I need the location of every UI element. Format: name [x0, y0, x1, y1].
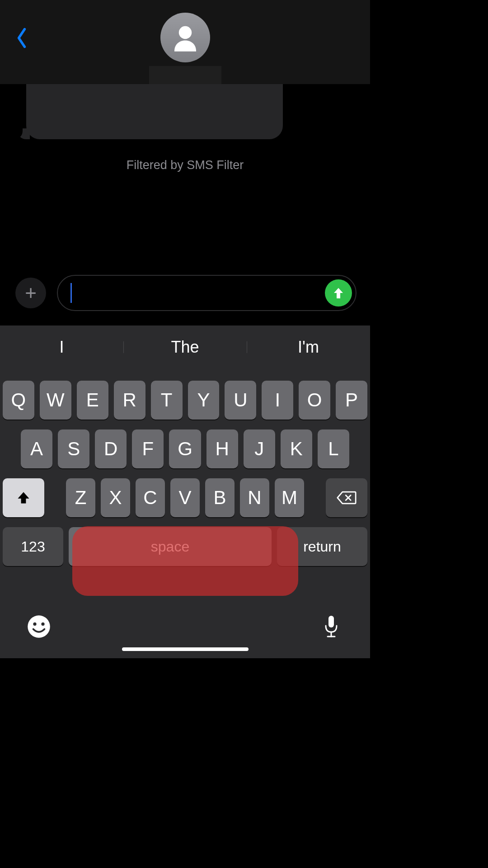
- key-delete[interactable]: [326, 478, 367, 517]
- key-r[interactable]: R: [114, 381, 145, 420]
- filter-notice: Filtered by SMS Filter: [0, 158, 370, 172]
- key-m[interactable]: M: [275, 478, 304, 517]
- key-g[interactable]: G: [169, 429, 201, 468]
- key-return[interactable]: return: [277, 527, 367, 566]
- svg-point-4: [33, 623, 36, 626]
- key-w[interactable]: W: [40, 381, 71, 420]
- key-i[interactable]: I: [262, 381, 293, 420]
- contact-name-redacted: [149, 66, 221, 86]
- incoming-message-bubble[interactable]: [26, 84, 283, 139]
- svg-rect-6: [328, 616, 334, 627]
- back-button[interactable]: [14, 25, 30, 51]
- key-c[interactable]: C: [136, 478, 165, 517]
- emoji-button[interactable]: [25, 613, 52, 640]
- key-s[interactable]: S: [58, 429, 89, 468]
- arrow-up-icon: [331, 286, 346, 300]
- key-u[interactable]: U: [225, 381, 256, 420]
- send-button[interactable]: [325, 279, 352, 307]
- key-p[interactable]: P: [336, 381, 367, 420]
- suggestion-2[interactable]: The: [123, 338, 247, 357]
- keyboard: I The I'm Q W E R T Y U I O P A S D F: [0, 326, 370, 658]
- text-cursor: [70, 283, 72, 303]
- key-o[interactable]: O: [299, 381, 330, 420]
- key-t[interactable]: T: [151, 381, 183, 420]
- key-l[interactable]: L: [318, 429, 349, 468]
- key-x[interactable]: X: [101, 478, 130, 517]
- key-z[interactable]: Z: [66, 478, 95, 517]
- key-h[interactable]: H: [206, 429, 238, 468]
- key-d[interactable]: D: [95, 429, 127, 468]
- delete-icon: [337, 491, 357, 505]
- chevron-left-icon: [16, 27, 28, 49]
- svg-point-3: [28, 615, 50, 638]
- key-n[interactable]: N: [240, 478, 269, 517]
- dictation-button[interactable]: [318, 613, 345, 640]
- key-v[interactable]: V: [170, 478, 200, 517]
- svg-point-0: [178, 26, 191, 39]
- key-k[interactable]: K: [281, 429, 312, 468]
- key-y[interactable]: Y: [188, 381, 220, 420]
- person-icon: [169, 22, 201, 53]
- key-q[interactable]: Q: [3, 381, 34, 420]
- microphone-icon: [322, 614, 340, 639]
- plus-icon: +: [25, 283, 37, 303]
- key-space[interactable]: space: [69, 527, 272, 566]
- key-j[interactable]: J: [244, 429, 275, 468]
- contact-avatar[interactable]: [160, 13, 210, 62]
- home-indicator[interactable]: [122, 647, 249, 651]
- add-attachment-button[interactable]: +: [15, 278, 46, 308]
- message-input[interactable]: [57, 275, 357, 311]
- suggestion-3[interactable]: I'm: [247, 338, 370, 357]
- key-b[interactable]: B: [205, 478, 235, 517]
- suggestion-bar: I The I'm: [0, 326, 370, 369]
- svg-point-5: [41, 623, 44, 626]
- key-a[interactable]: A: [21, 429, 52, 468]
- shift-icon: [15, 490, 32, 506]
- key-shift[interactable]: [3, 478, 44, 517]
- emoji-icon: [27, 614, 51, 639]
- key-e[interactable]: E: [77, 381, 108, 420]
- key-f[interactable]: F: [132, 429, 164, 468]
- suggestion-1[interactable]: I: [0, 338, 123, 357]
- key-numbers[interactable]: 123: [3, 527, 63, 566]
